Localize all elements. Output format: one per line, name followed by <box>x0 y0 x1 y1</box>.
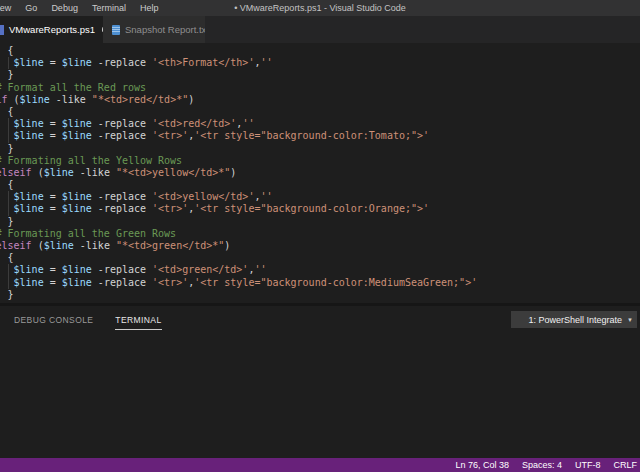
code-line[interactable]: # Format all the Red rows <box>0 82 640 94</box>
terminal-picker-dropdown[interactable]: 1: PowerShell Integrate ▼ <box>511 311 637 328</box>
indent-guide <box>8 191 9 203</box>
vscode-window: ViewGoDebugTerminalHelp • VMwareReports.… <box>0 0 640 472</box>
code-line[interactable]: } <box>0 69 640 81</box>
code-line[interactable]: $line = $line -replace '<tr>','<tr style… <box>0 130 640 142</box>
code-line[interactable]: $line = $line -replace '<tr>','<tr style… <box>0 203 640 215</box>
indent-guide <box>8 118 9 130</box>
code-line[interactable]: { <box>0 252 640 264</box>
tab-label: Snapshot Report.txt <box>125 24 205 35</box>
panel-tab-bar: DEBUG CONSOLETERMINAL <box>14 306 184 332</box>
code-line[interactable]: # Formating all the Yellow Rows <box>0 155 640 167</box>
code-line[interactable]: } <box>0 143 640 155</box>
code-line[interactable]: { <box>0 106 640 118</box>
panel-header: DEBUG CONSOLETERMINAL 1: PowerShell Inte… <box>0 306 640 332</box>
code-line[interactable]: $line = $line -replace '<td>red</td>','' <box>0 118 640 130</box>
status-bar: Ln 76, Col 38Spaces: 4UTF-8CRLF <box>0 458 640 472</box>
code-line[interactable]: $line = $line -replace '<th>Format</th>'… <box>0 57 640 69</box>
panel-tab-terminal[interactable]: TERMINAL <box>115 309 161 330</box>
tab-label: VMwareReports.ps1 <box>9 24 95 35</box>
status-indentation[interactable]: Spaces: 4 <box>522 460 562 470</box>
status-encoding[interactable]: UTF-8 <box>575 460 601 470</box>
tab-vmwarereports-ps1[interactable]: VMwareReports.ps1 <box>0 16 103 43</box>
indent-guide <box>8 264 9 276</box>
code-line[interactable]: } <box>0 216 640 228</box>
code-line[interactable]: { <box>0 45 640 57</box>
bottom-panel: DEBUG CONSOLETERMINAL 1: PowerShell Inte… <box>0 303 640 458</box>
text-file-icon <box>112 25 120 35</box>
powershell-file-icon <box>0 25 4 35</box>
code-line[interactable]: # Formating all the Green Rows <box>0 228 640 240</box>
code-line[interactable]: $line = $line -replace '<tr>','<tr style… <box>0 277 640 289</box>
terminal-output[interactable] <box>0 332 640 458</box>
status-cursor-position[interactable]: Ln 76, Col 38 <box>455 460 509 470</box>
window-title: • VMwareReports.ps1 - Visual Studio Code <box>0 0 640 16</box>
indent-guide <box>8 203 9 215</box>
code-area: { $line = $line -replace '<th>Format</th… <box>0 43 640 301</box>
code-line[interactable]: if ($line -like "*<td>red</td>*") <box>0 94 640 106</box>
editor[interactable]: { $line = $line -replace '<th>Format</th… <box>0 43 640 303</box>
panel-tab-debug-console[interactable]: DEBUG CONSOLE <box>14 309 93 330</box>
code-line[interactable]: $line = $line -replace '<td>yellow</td>'… <box>0 191 640 203</box>
code-line[interactable]: } <box>0 289 640 301</box>
title-bar: ViewGoDebugTerminalHelp • VMwareReports.… <box>0 0 640 16</box>
chevron-down-icon: ▼ <box>627 317 633 323</box>
indent-guide <box>8 57 9 69</box>
status-eol[interactable]: CRLF <box>613 460 637 470</box>
code-line[interactable]: { <box>0 179 640 191</box>
indent-guide <box>8 130 9 142</box>
tab-snapshot-report-txt[interactable]: Snapshot Report.txt <box>103 16 205 43</box>
code-line[interactable]: $line = $line -replace '<td>green</td>',… <box>0 264 640 276</box>
tab-bar: VMwareReports.ps1Snapshot Report.txt <box>0 16 640 43</box>
code-line[interactable]: elseif ($line -like "*<td>green</td>*") <box>0 240 640 252</box>
terminal-picker-value: 1: PowerShell Integrate <box>528 315 622 325</box>
code-line[interactable]: elseif ($line -like "*<td>yellow</td>*") <box>0 167 640 179</box>
indent-guide <box>8 277 9 289</box>
